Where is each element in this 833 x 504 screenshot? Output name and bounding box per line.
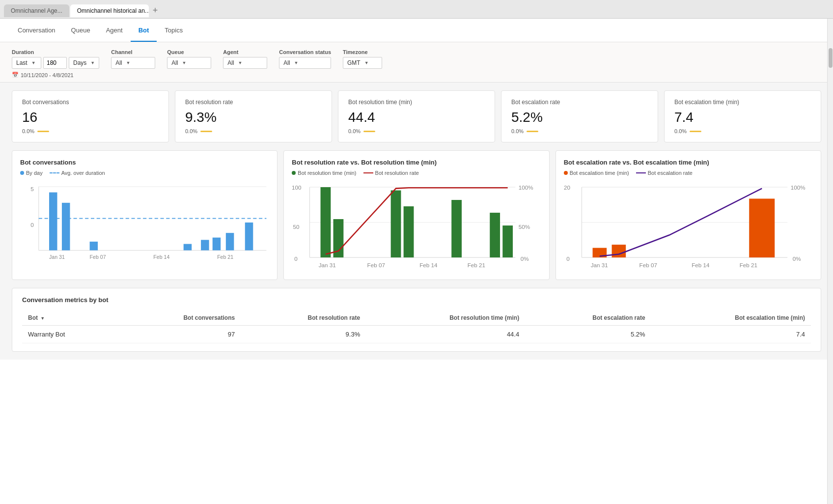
- tab-agent[interactable]: Agent: [98, 20, 131, 42]
- kpi-bot-escalation-rate: Bot escalation rate 5.2% 0.0%: [501, 90, 658, 142]
- kpi-bot-escalation-time: Bot escalation time (min) 7.4 0.0%: [664, 90, 821, 142]
- cell-escalation-rate: 5.2%: [525, 326, 651, 343]
- bar: [226, 233, 234, 250]
- col-resolution-rate: Bot resolution rate: [241, 310, 366, 326]
- legend-dot-resolution-time: [292, 171, 296, 175]
- svg-text:Feb 21: Feb 21: [468, 262, 485, 268]
- agent-select[interactable]: All ▼: [223, 57, 267, 69]
- cell-resolution-time: 44.4: [366, 326, 525, 343]
- channel-filter: Channel All ▼: [111, 49, 155, 69]
- svg-text:0: 0: [566, 255, 570, 262]
- svg-rect-25: [490, 213, 500, 257]
- svg-text:50%: 50%: [519, 224, 530, 230]
- svg-rect-20: [321, 187, 331, 257]
- tab-queue[interactable]: Queue: [63, 20, 98, 42]
- svg-text:Feb 14: Feb 14: [419, 262, 438, 268]
- filters-bar: Duration Last ▼ Days ▼ Channel: [0, 42, 833, 83]
- legend-dot-by-day: [20, 171, 24, 175]
- escalation-chart-svg: 20 0 100% 0% Jan: [564, 181, 813, 270]
- svg-text:0: 0: [30, 222, 34, 228]
- queue-select[interactable]: All ▼: [167, 57, 211, 69]
- svg-text:5: 5: [30, 186, 34, 192]
- scrollbar[interactable]: [827, 19, 833, 504]
- legend-line-resolution-rate: [363, 172, 373, 173]
- duration-label: Duration: [12, 49, 99, 55]
- duration-filter: Duration Last ▼ Days ▼: [12, 49, 99, 69]
- bar: [62, 203, 70, 251]
- duration-unit-select[interactable]: Days ▼: [69, 57, 99, 69]
- col-resolution-time: Bot resolution time (min): [366, 310, 525, 326]
- table-row: Warranty Bot 97 9.3% 44.4 5.2% 7.4: [22, 326, 811, 343]
- bar: [245, 223, 253, 251]
- nav-tab-bar: Conversation Queue Agent Bot Topics: [0, 19, 833, 42]
- cell-escalation-time: 7.4: [651, 326, 811, 343]
- kpi-row: Bot conversations 16 0.0% Bot resolution…: [12, 90, 821, 142]
- timezone-filter: Timezone GMT ▼: [343, 49, 382, 69]
- chevron-down-icon: ▼: [238, 60, 243, 65]
- svg-text:Feb 21: Feb 21: [217, 254, 233, 260]
- queue-filter: Queue All ▼: [167, 49, 211, 69]
- table-section-title: Conversation metrics by bot: [22, 296, 811, 304]
- browser-tab-bar: Omnichannel Age... Omnichannel historica…: [0, 0, 833, 19]
- agent-filter: Agent All ▼: [223, 49, 267, 69]
- legend-dash-avg: [50, 172, 59, 173]
- calendar-icon: 📅: [12, 72, 19, 78]
- svg-text:0: 0: [295, 255, 298, 262]
- svg-rect-41: [749, 198, 775, 257]
- tab-omnichannel-historical[interactable]: Omnichannel historical an... ✕: [70, 4, 149, 17]
- channel-label: Channel: [111, 49, 155, 55]
- chevron-down-icon: ▼: [182, 60, 187, 65]
- kpi-trend-bar: [363, 131, 375, 132]
- bar: [90, 242, 98, 251]
- svg-text:50: 50: [293, 224, 300, 230]
- svg-text:100%: 100%: [790, 184, 805, 191]
- add-tab-button[interactable]: +: [150, 5, 161, 16]
- bot-metrics-table: Bot ▼ Bot conversations Bot resolution r…: [22, 310, 811, 343]
- bar: [201, 240, 209, 250]
- svg-text:Feb 14: Feb 14: [153, 254, 169, 260]
- tab-topics[interactable]: Topics: [157, 20, 191, 42]
- svg-text:Feb 21: Feb 21: [739, 262, 757, 268]
- tab-conversation[interactable]: Conversation: [10, 20, 63, 42]
- duration-value-input[interactable]: [43, 57, 67, 69]
- conv-status-select[interactable]: All ▼: [279, 57, 331, 69]
- queue-label: Queue: [167, 49, 211, 55]
- kpi-trend-bar: [527, 131, 538, 132]
- legend-dot-escalation-time: [564, 171, 568, 175]
- svg-text:100: 100: [292, 184, 302, 191]
- kpi-bot-resolution-rate: Bot resolution rate 9.3% 0.0%: [175, 90, 332, 142]
- conv-status-label: Conversation status: [279, 49, 331, 55]
- svg-rect-23: [404, 206, 414, 257]
- legend-line-escalation-rate: [636, 172, 646, 173]
- chevron-down-icon: ▼: [364, 60, 369, 65]
- bot-conversations-chart: Bot conversations By day Avg. over durat…: [12, 150, 278, 280]
- chevron-down-icon: ▼: [294, 60, 299, 65]
- svg-text:Feb 07: Feb 07: [639, 262, 657, 268]
- conv-status-filter: Conversation status All ▼: [279, 49, 331, 69]
- duration-preset-select[interactable]: Last ▼: [12, 57, 41, 69]
- scrollbar-thumb[interactable]: [829, 48, 833, 68]
- conversation-metrics-table-section: Conversation metrics by bot Bot ▼ Bot co…: [12, 288, 821, 352]
- col-escalation-time: Bot escalation time (min): [651, 310, 811, 326]
- svg-rect-40: [611, 245, 626, 257]
- main-content: Bot conversations 16 0.0% Bot resolution…: [0, 83, 833, 360]
- kpi-trend-bar: [37, 131, 49, 132]
- agent-label: Agent: [223, 49, 267, 55]
- col-bot[interactable]: Bot ▼: [22, 310, 117, 326]
- kpi-bot-conversations: Bot conversations 16 0.0%: [12, 90, 169, 142]
- app-container: Conversation Queue Agent Bot Topics Dura…: [0, 19, 833, 504]
- svg-text:20: 20: [564, 184, 571, 191]
- channel-select[interactable]: All ▼: [111, 57, 155, 69]
- kpi-trend-bar: [200, 131, 212, 132]
- date-range: 📅 10/11/2020 - 4/8/2021: [12, 72, 821, 78]
- chevron-down-icon: ▼: [31, 60, 36, 65]
- tab-omnichannel-agent[interactable]: Omnichannel Age...: [4, 4, 69, 17]
- svg-text:Jan 31: Jan 31: [49, 254, 65, 260]
- tab-bot[interactable]: Bot: [131, 20, 157, 42]
- timezone-select[interactable]: GMT ▼: [343, 57, 382, 69]
- col-bot-conversations: Bot conversations: [117, 310, 241, 326]
- svg-text:Feb 07: Feb 07: [90, 254, 106, 260]
- kpi-trend-bar: [690, 131, 701, 132]
- svg-text:0%: 0%: [521, 255, 529, 262]
- timezone-label: Timezone: [343, 49, 382, 55]
